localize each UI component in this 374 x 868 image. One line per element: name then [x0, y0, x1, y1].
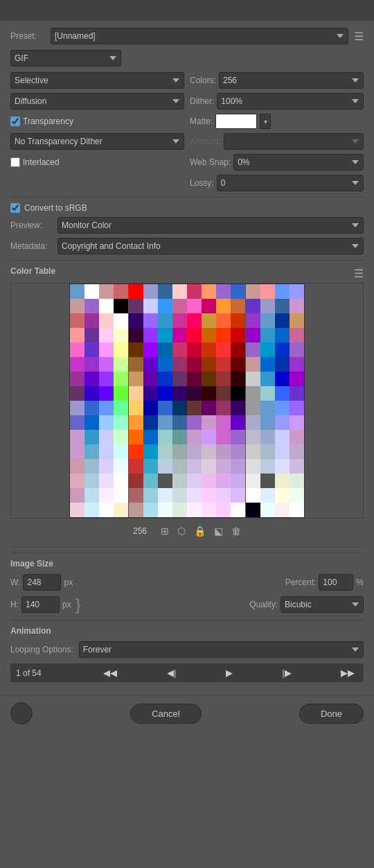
matte-dropdown[interactable]: ▾ — [260, 114, 271, 129]
color-cell[interactable] — [290, 415, 304, 430]
color-cell[interactable] — [202, 415, 216, 430]
color-cell[interactable] — [246, 401, 260, 415]
color-cell[interactable] — [99, 386, 114, 401]
color-cell[interactable] — [246, 503, 260, 517]
color-cell[interactable] — [260, 328, 275, 342]
color-cell[interactable] — [114, 430, 128, 444]
color-cell[interactable] — [129, 503, 143, 517]
color-cell[interactable] — [290, 284, 304, 299]
preview-select[interactable]: Monitor Color — [57, 217, 364, 234]
color-cell[interactable] — [158, 342, 172, 357]
color-cell[interactable] — [70, 503, 84, 517]
color-cell[interactable] — [216, 459, 231, 474]
color-cell[interactable] — [202, 503, 216, 517]
color-cell[interactable] — [260, 503, 275, 517]
color-cell[interactable] — [84, 401, 99, 415]
color-cell[interactable] — [114, 386, 128, 401]
ctrl-first-button[interactable]: ◀◀ — [100, 666, 121, 679]
color-cell[interactable] — [99, 284, 114, 299]
matte-color-box[interactable] — [215, 114, 257, 129]
color-cell[interactable] — [275, 299, 290, 313]
lossy-select[interactable]: 0 — [217, 175, 364, 191]
color-cell[interactable] — [129, 459, 143, 474]
color-cell[interactable] — [260, 415, 275, 430]
color-cell[interactable] — [202, 284, 216, 299]
color-cell[interactable] — [231, 372, 245, 386]
color-cell[interactable] — [260, 488, 275, 503]
color-cell[interactable] — [246, 299, 260, 313]
color-cell[interactable] — [260, 342, 275, 357]
color-cell[interactable] — [202, 430, 216, 444]
color-cell[interactable] — [143, 401, 158, 415]
color-cell[interactable] — [275, 386, 290, 401]
color-cell[interactable] — [114, 299, 128, 313]
ctrl-prev-button[interactable]: ◀| — [163, 666, 179, 679]
color-cell[interactable] — [231, 299, 245, 313]
color-cell[interactable] — [260, 401, 275, 415]
color-cell[interactable] — [202, 488, 216, 503]
color-cell[interactable] — [246, 284, 260, 299]
quality-select[interactable]: Bicubic — [280, 596, 364, 613]
color-cell[interactable] — [114, 357, 128, 372]
color-cell[interactable] — [114, 401, 128, 415]
color-cell[interactable] — [187, 386, 202, 401]
color-cell[interactable] — [129, 313, 143, 328]
color-cell[interactable] — [231, 459, 245, 474]
color-cell[interactable] — [84, 503, 99, 517]
color-cell[interactable] — [114, 313, 128, 328]
color-cell[interactable] — [187, 430, 202, 444]
color-cell[interactable] — [187, 299, 202, 313]
color-cell[interactable] — [187, 459, 202, 474]
color-cell[interactable] — [143, 357, 158, 372]
color-cell[interactable] — [290, 444, 304, 459]
color-cell[interactable] — [84, 328, 99, 342]
color-cell[interactable] — [275, 503, 290, 517]
color-cell[interactable] — [84, 444, 99, 459]
color-cell[interactable] — [231, 342, 245, 357]
dither-select[interactable]: 100% — [217, 93, 364, 110]
format-select[interactable]: GIF — [10, 50, 121, 67]
color-cell[interactable] — [143, 313, 158, 328]
color-table-menu-icon[interactable]: ☰ — [354, 267, 364, 280]
color-cell[interactable] — [275, 313, 290, 328]
color-cell[interactable] — [84, 299, 99, 313]
color-cell[interactable] — [143, 430, 158, 444]
looping-select[interactable]: Forever — [79, 641, 364, 658]
color-cell[interactable] — [216, 401, 231, 415]
color-cell[interactable] — [290, 357, 304, 372]
color-cell[interactable] — [216, 474, 231, 488]
color-cell[interactable] — [202, 357, 216, 372]
color-cell[interactable] — [99, 444, 114, 459]
color-cell[interactable] — [216, 299, 231, 313]
color-cell[interactable] — [84, 372, 99, 386]
color-cell[interactable] — [70, 357, 84, 372]
color-cell[interactable] — [84, 415, 99, 430]
color-cell[interactable] — [129, 372, 143, 386]
colors-select[interactable]: 256 — [219, 72, 364, 89]
color-cell[interactable] — [158, 430, 172, 444]
color-cell[interactable] — [143, 415, 158, 430]
color-cell[interactable] — [216, 488, 231, 503]
color-cell[interactable] — [216, 386, 231, 401]
color-cell[interactable] — [70, 459, 84, 474]
color-cell[interactable] — [84, 342, 99, 357]
color-cell[interactable] — [275, 401, 290, 415]
color-cell[interactable] — [172, 342, 187, 357]
color-cell[interactable] — [158, 313, 172, 328]
color-cell[interactable] — [158, 401, 172, 415]
color-cell[interactable] — [260, 357, 275, 372]
color-cell[interactable] — [275, 488, 290, 503]
color-cell[interactable] — [216, 357, 231, 372]
color-cell[interactable] — [158, 299, 172, 313]
color-cell[interactable] — [275, 342, 290, 357]
color-cell[interactable] — [187, 415, 202, 430]
color-cell[interactable] — [202, 313, 216, 328]
color-cell[interactable] — [290, 342, 304, 357]
color-cell[interactable] — [202, 342, 216, 357]
extra-circle-button[interactable] — [10, 702, 33, 724]
color-cell[interactable] — [99, 299, 114, 313]
color-cell[interactable] — [99, 488, 114, 503]
color-cell[interactable] — [129, 357, 143, 372]
color-cell[interactable] — [187, 503, 202, 517]
color-cell[interactable] — [202, 459, 216, 474]
